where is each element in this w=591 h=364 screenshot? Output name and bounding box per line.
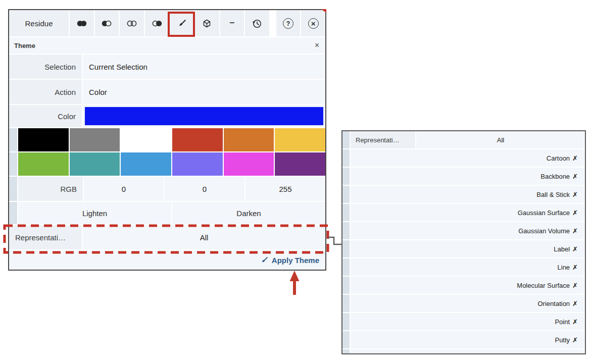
theme-panel-header: Theme × — [9, 37, 325, 54]
excluded-x-icon: ✗ — [572, 154, 578, 162]
history-icon[interactable] — [245, 10, 269, 36]
rgb-r-input[interactable]: 0 — [84, 177, 164, 201]
color-swatch[interactable] — [275, 152, 325, 176]
selection-granularity-button[interactable]: Residue — [9, 10, 69, 36]
current-color-button[interactable] — [85, 107, 323, 125]
dropdown-item-gaussian-surface[interactable]: Gaussian Surface✗ — [351, 204, 585, 221]
theme-brush-icon[interactable] — [170, 10, 194, 36]
color-swatch[interactable] — [18, 152, 69, 176]
help-icon[interactable]: ? — [276, 10, 301, 36]
color-swatch[interactable] — [275, 128, 325, 151]
panel-close-icon[interactable]: × — [315, 41, 325, 50]
rgb-b-input[interactable]: 255 — [245, 177, 325, 201]
selection-value-dropdown[interactable]: Current Selection — [83, 55, 325, 79]
apply-brush-icon — [261, 256, 268, 264]
indent-gutter — [9, 128, 17, 151]
excluded-x-icon: ✗ — [572, 282, 578, 289]
action-value-dropdown[interactable]: Color — [83, 80, 325, 104]
color-swatch[interactable] — [172, 128, 223, 151]
dropdown-label: Representati… — [351, 131, 415, 148]
indent-gutter — [342, 149, 350, 167]
apply-theme-arrow — [290, 271, 300, 295]
intersect-selection-icon[interactable] — [120, 10, 144, 36]
excluded-x-icon: ✗ — [572, 227, 578, 235]
apply-theme-label: Apply Theme — [272, 256, 319, 265]
apply-theme-button[interactable]: Apply Theme — [9, 250, 325, 270]
indent-gutter — [342, 331, 350, 348]
indent-gutter — [342, 313, 350, 330]
components-cube-icon[interactable] — [195, 10, 219, 36]
subtract-selection-icon[interactable] — [95, 10, 119, 36]
indent-gutter — [342, 349, 350, 353]
item-label: Molecular Surface — [517, 282, 570, 289]
indent-gutter — [342, 295, 350, 312]
dropdown-item-orientation[interactable]: Orientation✗ — [351, 295, 585, 312]
dropdown-partial-row — [342, 349, 585, 353]
indent-gutter — [9, 152, 17, 176]
dropdown-item-row: Gaussian Surface✗ — [342, 204, 585, 221]
panel-title: Theme — [9, 42, 315, 49]
indent-gutter — [342, 168, 350, 185]
theme-panel: Residue − ? — [8, 9, 326, 271]
excluded-x-icon: ✗ — [572, 300, 578, 307]
indent-gutter — [342, 204, 350, 221]
selection-row: Selection Current Selection — [9, 55, 325, 79]
color-swatch[interactable] — [172, 152, 223, 176]
color-swatch[interactable] — [121, 152, 171, 176]
color-swatch[interactable] — [70, 128, 120, 151]
minimize-icon[interactable]: − — [220, 10, 244, 36]
excluded-x-icon: ✗ — [572, 191, 578, 198]
lighten-button[interactable]: Lighten — [18, 202, 171, 224]
representation-row: Representati… All — [9, 225, 325, 249]
dropdown-item-line[interactable]: Line✗ — [351, 258, 585, 276]
indent-gutter — [342, 186, 350, 203]
indent-gutter — [342, 222, 350, 239]
set-difference-selection-icon[interactable] — [145, 10, 169, 36]
dropdown-item-backbone[interactable]: Backbone✗ — [351, 168, 585, 185]
dropdown-item-ball-and-stick[interactable]: Ball & Stick✗ — [351, 186, 585, 203]
swatch-row — [9, 128, 325, 151]
selection-label: Selection — [9, 55, 82, 79]
rgb-row: RGB 0 0 255 — [9, 177, 325, 201]
action-label: Action — [9, 80, 82, 104]
dropdown-item-point[interactable]: Point✗ — [351, 313, 585, 330]
dropdown-item-label[interactable]: Label✗ — [351, 240, 585, 257]
color-row: Color — [9, 105, 325, 127]
union-selection-icon[interactable] — [70, 10, 94, 36]
rgb-label: RGB — [18, 177, 83, 201]
rgb-g-input[interactable]: 0 — [165, 177, 244, 201]
item-label: Gaussian Surface — [518, 209, 570, 217]
color-swatch[interactable] — [70, 152, 120, 176]
color-swatch[interactable] — [121, 128, 171, 151]
item-label: Ball & Stick — [536, 191, 570, 198]
dropdown-item-putty[interactable]: Putty✗ — [351, 331, 585, 348]
dropdown-header-row: Representati… All — [342, 131, 585, 148]
item-label: Putty — [555, 336, 570, 344]
excluded-x-icon: ✗ — [572, 209, 578, 217]
excluded-x-icon: ✗ — [572, 336, 578, 344]
dropdown-value[interactable]: All — [416, 131, 585, 148]
indent-gutter — [9, 202, 17, 224]
dropdown-item-cartoon[interactable]: Cartoon✗ — [351, 149, 585, 167]
color-label: Color — [9, 105, 82, 127]
indent-gutter — [342, 240, 350, 257]
excluded-x-icon: ✗ — [572, 245, 578, 253]
dropdown-item-row: Orientation✗ — [342, 295, 585, 312]
dropdown-item-molecular-surface[interactable]: Molecular Surface✗ — [351, 277, 585, 294]
action-row: Action Color — [9, 80, 325, 104]
color-swatch[interactable] — [18, 128, 69, 151]
close-icon[interactable]: × — [301, 10, 325, 36]
representation-value-dropdown[interactable]: All — [83, 225, 325, 249]
toolbar-spacer — [270, 10, 275, 36]
item-label: Line — [558, 264, 570, 271]
dropdown-item-gaussian-volume[interactable]: Gaussian Volume✗ — [351, 222, 585, 239]
dropdown-item-row: Ball & Stick✗ — [342, 186, 585, 203]
item-label: Cartoon — [547, 154, 570, 162]
color-value-cell — [83, 105, 325, 127]
color-swatch[interactable] — [224, 128, 274, 151]
callout-connector-line — [328, 237, 342, 244]
darken-button[interactable]: Darken — [172, 202, 325, 224]
dropdown-item-row: Backbone✗ — [342, 168, 585, 185]
representation-label: Representati… — [9, 225, 82, 249]
color-swatch[interactable] — [224, 152, 274, 176]
